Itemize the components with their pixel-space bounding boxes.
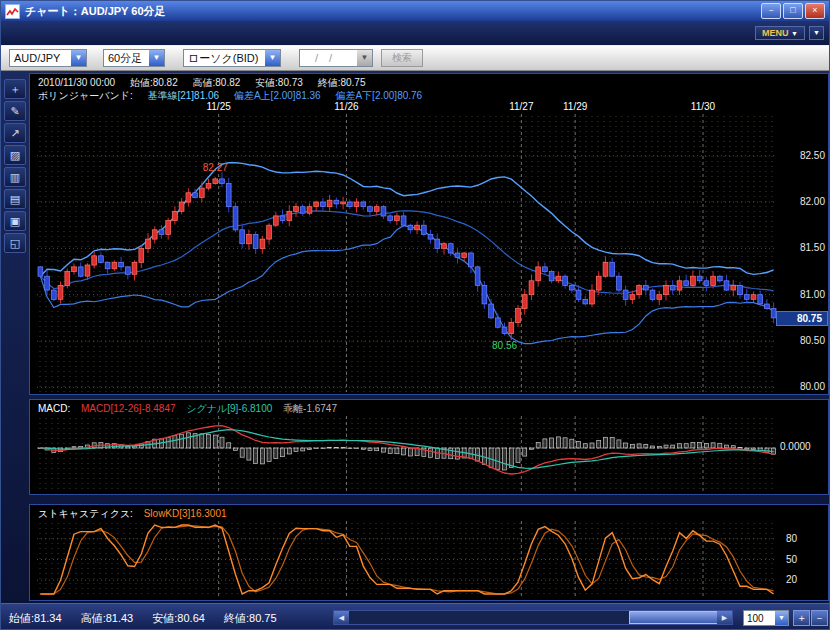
price-axis-label: 81.50 [777, 242, 825, 253]
chevron-down-icon: ▼ [791, 30, 798, 37]
chart-type-value: ローソク(BID) [184, 51, 265, 66]
zoom-value: 100 [744, 613, 775, 624]
scrollbar-thumb[interactable] [629, 611, 719, 624]
svg-text:82.27: 82.27 [203, 162, 228, 173]
bollinger-label: ボリンジャーバンド: [38, 90, 133, 101]
stochastics-axis-label: 20 [786, 574, 797, 585]
chevron-down-icon: ▼ [265, 50, 280, 66]
title-bar: チャート：AUD/JPY 60分足 － □ × [1, 1, 829, 21]
session-open: 始値:81.34 [9, 612, 62, 624]
current-price-badge: 80.75 [776, 311, 828, 326]
macd-chart[interactable] [37, 416, 777, 492]
macd-value: MACD[12-26]-8.4847 [81, 403, 176, 414]
price-axis-label: 80.00 [777, 381, 825, 392]
toolbar: AUD/JPY ▼ 60分足 ▼ ローソク(BID) ▼ / / ▼ 検索 [1, 45, 829, 71]
date-field[interactable]: / / ▼ [299, 49, 373, 67]
stochastics-title: ストキャスティクス: [38, 508, 133, 519]
print-tool-icon[interactable]: ▣ [4, 211, 26, 231]
crosshair-tool-icon[interactable]: ＋ [4, 79, 26, 99]
book-tool-icon[interactable]: ▤ [4, 189, 26, 209]
bollinger-lower: 偏差A下[2.00]80.76 [335, 90, 422, 101]
session-high: 高値:81.43 [81, 612, 134, 624]
chevron-down-icon: ▼ [149, 50, 164, 66]
menu-button[interactable]: MENU ▼ [755, 26, 805, 40]
window-title: チャート：AUD/JPY 60分足 [25, 4, 759, 19]
chart-scrollbar[interactable]: ◀ ▶ [333, 610, 733, 625]
drawing-toolbar: ＋✎↗▨▥▤▣◱ [4, 79, 27, 255]
bollinger-upper: 偏差A上[2.00]81.36 [234, 90, 321, 101]
quote-low: 安値:80.73 [255, 77, 303, 88]
stochastics-panel: ストキャスティクス: SlowKD[3]16.3001 805020 [29, 504, 829, 601]
macd-title: MACD: [38, 403, 70, 414]
currency-pair-select[interactable]: AUD/JPY ▼ [9, 49, 87, 67]
svg-text:80.56: 80.56 [492, 340, 517, 351]
macd-signal-value: シグナル[9]-6.8100 [186, 403, 272, 414]
date-label: 11/27 [503, 101, 539, 112]
trendline-tool-icon[interactable]: ↗ [4, 123, 26, 143]
price-axis-label: 82.50 [777, 150, 825, 161]
maximize-button[interactable]: □ [783, 3, 803, 19]
chart-type-tool-icon[interactable]: ▨ [4, 145, 26, 165]
chart-window: チャート：AUD/JPY 60分足 － □ × MENU ▼ ▼ AUD/JPY… [0, 0, 830, 630]
zoom-select[interactable]: 100 ▼ [743, 610, 789, 626]
price-axis-label: 82.00 [777, 196, 825, 207]
macd-zero-label: 0.0000 [780, 441, 811, 452]
quote-datetime: 2010/11/30 00:00 [38, 77, 115, 88]
minimize-button[interactable]: － [761, 3, 781, 19]
price-axis-label: 80.50 [777, 335, 825, 346]
status-bar: 始値:81.34 高値:81.43 安値:80.64 終値:80.75 ◀ ▶ … [1, 603, 829, 630]
currency-pair-value: AUD/JPY [10, 52, 71, 64]
chart-type-select[interactable]: ローソク(BID) ▼ [183, 49, 281, 67]
pencil-tool-icon[interactable]: ✎ [4, 101, 26, 121]
date-value: / / [300, 51, 357, 66]
period-value: 60分足 [104, 51, 149, 66]
chevron-down-icon: ▼ [71, 50, 86, 66]
macd-panel: MACD: MACD[12-26]-8.4847 シグナル[9]-6.8100 … [29, 399, 829, 495]
bollinger-basis: 基準線[21]81.06 [147, 90, 219, 101]
date-label: 11/26 [328, 101, 364, 112]
stochastics-chart[interactable] [37, 521, 777, 598]
zoom-in-button[interactable]: ＋ [793, 610, 810, 626]
scroll-left-icon[interactable]: ◀ [334, 611, 349, 624]
macd-diff-value: 乖離-1.6747 [283, 403, 337, 414]
session-ohlc: 始値:81.34 高値:81.43 安値:80.64 終値:80.75 [9, 611, 293, 626]
zoom-out-button[interactable]: － [811, 610, 828, 626]
session-low: 安値:80.64 [152, 612, 205, 624]
quote-high: 高値:80.82 [192, 77, 240, 88]
date-label: 11/25 [201, 101, 237, 112]
period-select[interactable]: 60分足 ▼ [103, 49, 165, 67]
menu-label: MENU [762, 28, 789, 38]
quote-info-row: 2010/11/30 00:00 始値:80.82 高値:80.82 安値:80… [38, 76, 377, 90]
quote-open: 始値:80.82 [130, 77, 178, 88]
quote-close: 終値:80.75 [318, 77, 366, 88]
session-close: 終値:80.75 [224, 612, 277, 624]
price-axis-label: 81.00 [777, 289, 825, 300]
macd-header: MACD: MACD[12-26]-8.4847 シグナル[9]-6.8100 … [38, 402, 345, 416]
date-label: 11/30 [685, 101, 721, 112]
chevron-down-icon: ▼ [357, 50, 372, 66]
main-chart-panel: 2010/11/30 00:00 始値:80.82 高値:80.82 安値:80… [29, 73, 829, 395]
stochastics-value: SlowKD[3]16.3001 [144, 508, 227, 519]
app-icon [5, 4, 20, 19]
date-label: 11/29 [557, 101, 593, 112]
menu-strip: MENU ▼ ▼ [1, 21, 829, 45]
stochastics-axis-label: 50 [786, 554, 797, 565]
chevron-down-icon: ▼ [775, 611, 788, 625]
stochastics-header: ストキャスティクス: SlowKD[3]16.3001 [38, 507, 235, 521]
scroll-right-icon[interactable]: ▶ [717, 611, 732, 624]
menu-collapse-button[interactable]: ▼ [809, 26, 824, 40]
grid-tool-icon[interactable]: ▥ [4, 167, 26, 187]
stochastics-axis-label: 80 [786, 533, 797, 544]
candlestick-chart[interactable]: 82.2780.56 [37, 114, 777, 392]
close-button[interactable]: × [805, 3, 825, 19]
layout-tool-icon[interactable]: ◱ [4, 233, 26, 253]
search-button[interactable]: 検索 [381, 49, 423, 67]
